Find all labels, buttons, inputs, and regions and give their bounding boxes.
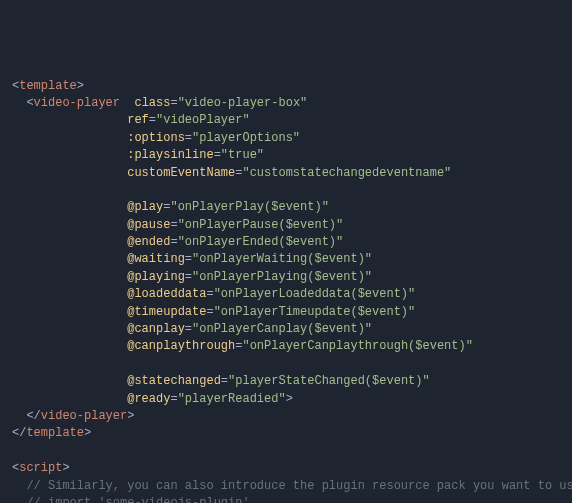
token-attr: ref: [127, 113, 149, 127]
code-line: @canplay="onPlayerCanplay($event)": [12, 321, 560, 338]
code-line: @canplaythrough="onPlayerCanplaythrough(…: [12, 338, 560, 355]
token-attr: customEventName: [127, 166, 235, 180]
token-pun: [120, 96, 134, 110]
token-attr: @canplay: [127, 322, 185, 336]
token-tag: template: [26, 426, 84, 440]
token-pun: [12, 166, 127, 180]
token-attr: :playsinline: [127, 148, 213, 162]
code-line: [12, 356, 560, 373]
token-pun: [12, 113, 127, 127]
token-str: "playerOptions": [192, 131, 300, 145]
code-line: @waiting="onPlayerWaiting($event)": [12, 251, 560, 268]
token-pun: [12, 218, 127, 232]
token-pun: <: [12, 96, 34, 110]
token-attr: @play: [127, 200, 163, 214]
token-com: // import 'some-videojs-plugin': [12, 496, 250, 503]
token-attr: @canplaythrough: [127, 339, 235, 353]
token-pun: [12, 200, 127, 214]
token-str: "onPlayerTimeupdate($event)": [214, 305, 416, 319]
token-str: "onPlayerPlay($event)": [170, 200, 328, 214]
token-pun: [12, 148, 127, 162]
token-str: "onPlayerCanplay($event)": [192, 322, 372, 336]
token-str: "videoPlayer": [156, 113, 250, 127]
token-tag: script: [19, 461, 62, 475]
token-pun: >: [77, 79, 84, 93]
token-pun: >: [286, 392, 293, 406]
token-str: "video-player-box": [178, 96, 308, 110]
token-str: "onPlayerLoadeddata($event)": [214, 287, 416, 301]
token-pun: =: [206, 287, 213, 301]
token-pun: =: [170, 392, 177, 406]
token-attr: @ended: [127, 235, 170, 249]
token-str: "onPlayerEnded($event)": [178, 235, 344, 249]
token-pun: >: [62, 461, 69, 475]
token-attr: @timeupdate: [127, 305, 206, 319]
token-str: "onPlayerPause($event)": [178, 218, 344, 232]
token-pun: =: [185, 131, 192, 145]
code-block: <template> <video-player class="video-pl…: [12, 78, 560, 503]
token-str: "customstatechangedeventname": [242, 166, 451, 180]
token-tag: video-player: [41, 409, 127, 423]
token-pun: [12, 339, 127, 353]
code-line: :playsinline="true": [12, 147, 560, 164]
code-line: @pause="onPlayerPause($event)": [12, 217, 560, 234]
token-pun: [12, 287, 127, 301]
token-attr: @waiting: [127, 252, 185, 266]
token-pun: =: [185, 270, 192, 284]
code-line: @ready="playerReadied">: [12, 391, 560, 408]
token-pun: =: [185, 322, 192, 336]
code-line: // import 'some-videojs-plugin': [12, 495, 560, 503]
code-line: @ended="onPlayerEnded($event)": [12, 234, 560, 251]
token-pun: [12, 183, 19, 197]
token-com: // Similarly, you can also introduce the…: [12, 479, 572, 493]
token-pun: [12, 305, 127, 319]
token-attr: @statechanged: [127, 374, 221, 388]
token-str: "playerReadied": [178, 392, 286, 406]
code-line: @playing="onPlayerPlaying($event)": [12, 269, 560, 286]
token-pun: =: [170, 96, 177, 110]
token-str: "playerStateChanged($event)": [228, 374, 430, 388]
token-pun: =: [214, 148, 221, 162]
token-pun: =: [206, 305, 213, 319]
code-line: </video-player>: [12, 408, 560, 425]
token-tag: video-player: [34, 96, 120, 110]
code-line: <template>: [12, 78, 560, 95]
token-pun: </: [12, 409, 41, 423]
token-pun: =: [185, 252, 192, 266]
token-tag: template: [19, 79, 77, 93]
token-pun: >: [84, 426, 91, 440]
token-attr: @loadeddata: [127, 287, 206, 301]
token-str: "onPlayerWaiting($event)": [192, 252, 372, 266]
token-pun: [12, 252, 127, 266]
token-pun: [12, 322, 127, 336]
token-attr: @pause: [127, 218, 170, 232]
code-line: customEventName="customstatechangedevent…: [12, 165, 560, 182]
token-pun: [12, 235, 127, 249]
token-str: "true": [221, 148, 264, 162]
code-line: // Similarly, you can also introduce the…: [12, 478, 560, 495]
token-pun: [12, 357, 19, 371]
code-line: [12, 182, 560, 199]
token-attr: @playing: [127, 270, 185, 284]
token-pun: =: [149, 113, 156, 127]
token-pun: >: [127, 409, 134, 423]
token-pun: =: [221, 374, 228, 388]
code-line: @loadeddata="onPlayerLoadeddata($event)": [12, 286, 560, 303]
code-line: @play="onPlayerPlay($event)": [12, 199, 560, 216]
token-pun: [12, 392, 127, 406]
code-line: @timeupdate="onPlayerTimeupdate($event)": [12, 304, 560, 321]
code-line: ref="videoPlayer": [12, 112, 560, 129]
token-attr: class: [134, 96, 170, 110]
code-line: @statechanged="playerStateChanged($event…: [12, 373, 560, 390]
token-attr: @ready: [127, 392, 170, 406]
token-pun: [12, 444, 19, 458]
token-pun: =: [170, 235, 177, 249]
token-attr: :options: [127, 131, 185, 145]
code-line: <script>: [12, 460, 560, 477]
token-pun: [12, 131, 127, 145]
token-str: "onPlayerCanplaythrough($event)": [242, 339, 472, 353]
token-pun: </: [12, 426, 26, 440]
code-line: <video-player class="video-player-box": [12, 95, 560, 112]
token-str: "onPlayerPlaying($event)": [192, 270, 372, 284]
token-pun: [12, 374, 127, 388]
